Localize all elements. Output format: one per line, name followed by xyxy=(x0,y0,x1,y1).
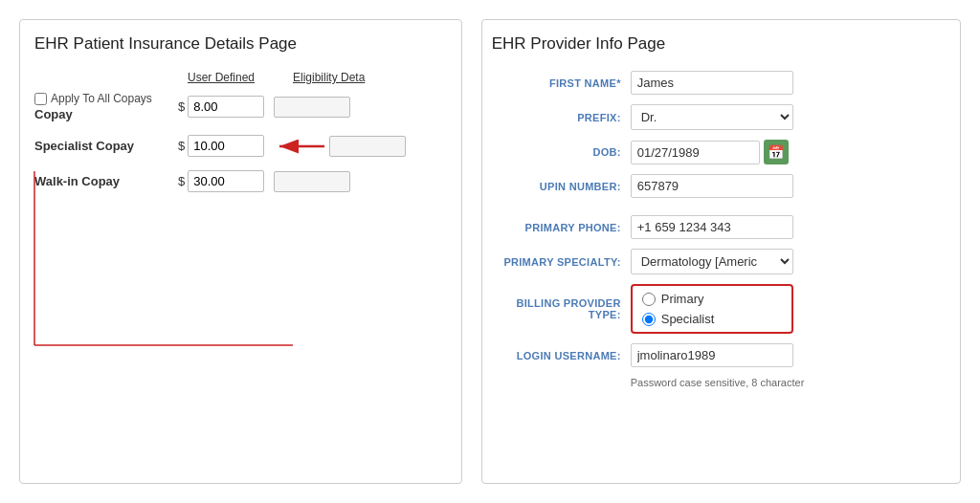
primary-phone-label: PRIMARY PHONE: xyxy=(492,222,631,233)
primary-phone-row: PRIMARY PHONE: xyxy=(492,215,950,239)
copay-checkbox[interactable] xyxy=(34,93,47,105)
specialist-copay-empty-field xyxy=(329,136,406,157)
walkin-copay-row: Walk-in Copay $ xyxy=(34,170,452,192)
left-panel-title: EHR Patient Insurance Details Page xyxy=(34,34,452,54)
col-header-user-defined: User Defined xyxy=(188,71,283,84)
prefix-select[interactable]: Dr. Mr. Ms. xyxy=(631,104,793,130)
specialist-copay-label: Specialist Copay xyxy=(34,139,178,153)
specialist-copay-value-input[interactable] xyxy=(188,135,264,157)
left-panel: EHR Patient Insurance Details Page User … xyxy=(19,19,462,484)
red-arrow-svg xyxy=(272,137,329,156)
upin-input[interactable] xyxy=(631,174,793,198)
dob-row: DOB: 📅 xyxy=(492,140,950,164)
dob-label: DOB: xyxy=(492,146,631,158)
copay-text: Copay xyxy=(34,107,178,121)
billing-provider-type-row: BILLING PROVIDER TYPE: Primary Specialis… xyxy=(492,284,950,334)
login-username-input[interactable] xyxy=(631,343,793,367)
upin-label: UPIN NUMBER: xyxy=(492,181,631,192)
primary-specialty-row: PRIMARY SPECIALTY: Dermatology [Americ C… xyxy=(492,249,950,274)
login-username-row: LOGIN USERNAME: xyxy=(492,343,950,367)
specialist-dollar-sign: $ xyxy=(178,139,185,153)
walkin-copay-value-input[interactable] xyxy=(188,170,264,192)
red-arrow-annotation xyxy=(272,137,329,156)
primary-specialty-select[interactable]: Dermatology [Americ Cardiology Neurology xyxy=(631,249,793,274)
spacer xyxy=(492,208,950,215)
first-name-label: FIRST NAME* xyxy=(492,77,631,89)
right-panel: EHR Provider Info Page FIRST NAME* PREFI… xyxy=(481,19,961,484)
copay-value-input[interactable] xyxy=(188,96,264,118)
calendar-icon[interactable]: 📅 xyxy=(764,140,789,164)
specialist-radio-input[interactable] xyxy=(642,313,656,326)
prefix-label: PREFIX: xyxy=(492,112,631,123)
first-name-input[interactable] xyxy=(631,71,793,95)
specialist-copay-row: Specialist Copay $ xyxy=(34,135,452,157)
primary-specialty-label: PRIMARY SPECIALTY: xyxy=(492,256,631,268)
primary-radio-input[interactable] xyxy=(642,293,656,306)
right-panel-title: EHR Provider Info Page xyxy=(492,34,950,54)
first-name-row: FIRST NAME* xyxy=(492,71,950,95)
walkin-dollar-sign: $ xyxy=(178,174,185,188)
specialist-copay-dollar-input: $ xyxy=(178,135,264,157)
copay-label: Apply To All Copays Copay xyxy=(34,92,178,121)
login-username-label: LOGIN USERNAME: xyxy=(492,350,631,361)
col-headers: User Defined Eligibility Deta xyxy=(188,71,452,84)
copay-checkbox-label[interactable]: Apply To All Copays xyxy=(34,92,178,105)
specialist-radio-option[interactable]: Specialist xyxy=(642,312,782,326)
dob-input[interactable] xyxy=(631,141,760,164)
upin-row: UPIN NUMBER: xyxy=(492,174,950,198)
billing-provider-type-radio-group: Primary Specialist xyxy=(631,284,793,334)
helper-text: Password case sensitive, 8 character xyxy=(631,377,950,388)
copay-empty-field xyxy=(274,97,350,118)
specialist-radio-label: Specialist xyxy=(661,312,715,326)
walkin-copay-dollar-input: $ xyxy=(178,170,264,192)
main-container: EHR Patient Insurance Details Page User … xyxy=(0,0,980,503)
primary-radio-label: Primary xyxy=(661,292,704,306)
primary-phone-input[interactable] xyxy=(631,215,793,239)
prefix-row: PREFIX: Dr. Mr. Ms. xyxy=(492,104,950,130)
copay-dollar-sign: $ xyxy=(178,99,185,114)
primary-radio-option[interactable]: Primary xyxy=(642,292,782,306)
connection-lines-svg xyxy=(20,20,461,483)
walkin-copay-empty-field xyxy=(274,171,350,192)
billing-provider-type-label: BILLING PROVIDER TYPE: xyxy=(492,297,631,320)
walkin-copay-label: Walk-in Copay xyxy=(34,174,178,188)
col-header-eligibility: Eligibility Deta xyxy=(293,71,389,84)
copay-dollar-input: $ xyxy=(178,96,264,118)
copay-row: Apply To All Copays Copay $ xyxy=(34,92,452,121)
